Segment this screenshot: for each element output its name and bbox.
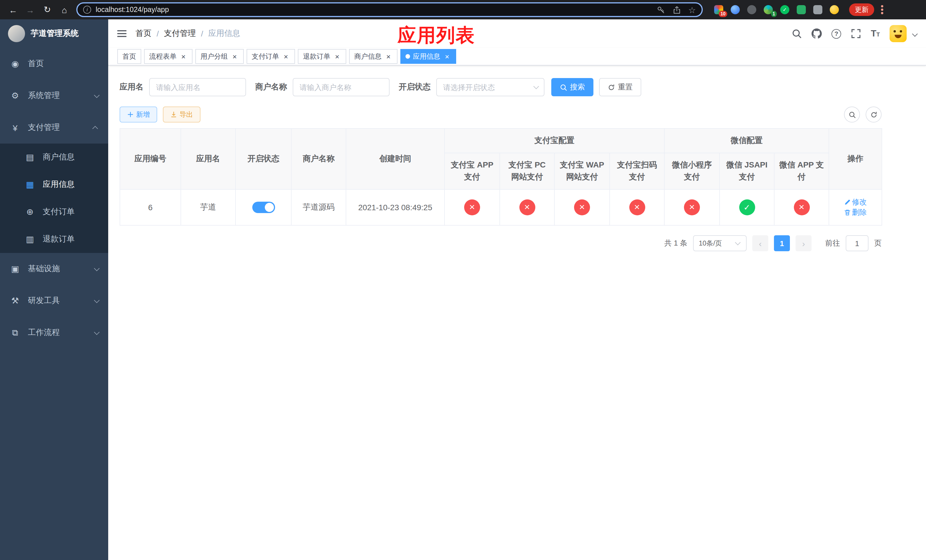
refresh-icon	[608, 83, 615, 91]
alipay-wap-status-icon	[574, 200, 590, 215]
back-icon[interactable]: ←	[6, 2, 21, 17]
github-icon[interactable]	[811, 29, 822, 39]
screen: ← → ↻ ⌂ i localhost:1024/pay/app ☆ 10 1 …	[0, 0, 926, 560]
reload-icon[interactable]: ↻	[40, 2, 54, 17]
sidebar-item-label: 支付订单	[43, 207, 75, 217]
close-icon[interactable]: ×	[282, 52, 290, 61]
forward-icon[interactable]: →	[23, 2, 38, 17]
merchant-name-input[interactable]	[293, 78, 390, 96]
add-button[interactable]: 新增	[120, 106, 157, 123]
total-count: 共 1 条	[664, 238, 687, 248]
app-name-input[interactable]	[149, 78, 246, 96]
monitor-icon: ▣	[10, 264, 20, 274]
payment-submenu: ▤ 商户信息 ▦ 应用信息 ⊕ 支付订单 ▥ 退款订单	[0, 144, 108, 253]
status-select[interactable]	[436, 78, 545, 96]
tab-user-group[interactable]: 用户分组×	[195, 49, 244, 64]
extension-dark-icon[interactable]	[746, 4, 757, 15]
extension-green-icon[interactable]	[796, 4, 807, 15]
page-size-select[interactable]: 10条/页	[693, 235, 747, 251]
sidebar-item-devtools[interactable]: ⚒ 研发工具	[0, 285, 108, 317]
close-icon[interactable]: ×	[384, 52, 392, 61]
font-size-icon[interactable]: TT	[871, 29, 880, 39]
sidebar-item-system[interactable]: ⚙ 系统管理	[0, 80, 108, 112]
close-icon[interactable]: ×	[443, 52, 451, 61]
status-toggle[interactable]	[252, 202, 275, 213]
search-icon	[560, 83, 567, 91]
refresh-table-button[interactable]	[865, 106, 882, 123]
home-icon[interactable]: ⌂	[57, 2, 72, 17]
page-number-1[interactable]: 1	[774, 235, 790, 251]
sidebar-item-app-info[interactable]: ▦ 应用信息	[0, 171, 108, 198]
close-icon[interactable]: ×	[179, 52, 188, 61]
status-label: 开启状态	[399, 82, 431, 92]
browser-menu-icon[interactable]	[881, 9, 883, 11]
col-wx-jsapi: 微信 JSAPI 支付	[720, 153, 774, 189]
col-alipay-qr: 支付宝扫码支付	[610, 153, 664, 189]
search-button-label: 搜索	[570, 82, 585, 92]
alipay-app-status-icon	[464, 200, 480, 215]
col-wx-app: 微信 APP 支付	[774, 153, 829, 189]
share-icon[interactable]	[672, 5, 681, 14]
breadcrumb-section[interactable]: 支付管理	[164, 29, 196, 39]
reset-button[interactable]: 重置	[599, 78, 641, 96]
url-bar[interactable]: i localhost:1024/pay/app ☆	[76, 2, 703, 17]
sidebar-item-payment[interactable]: ¥ 支付管理	[0, 112, 108, 144]
plus-icon	[127, 111, 134, 118]
site-info-icon[interactable]: i	[83, 6, 91, 14]
goto-label: 前往	[825, 238, 840, 248]
help-icon[interactable]: ?	[831, 29, 841, 38]
sidebar-item-merchant[interactable]: ▤ 商户信息	[0, 144, 108, 171]
chevron-down-icon	[94, 329, 100, 335]
goto-page-input[interactable]	[846, 235, 869, 251]
tab-pay-order[interactable]: 支付订单×	[247, 49, 295, 64]
col-alipay-app: 支付宝 APP 支付	[445, 153, 500, 189]
download-icon	[170, 111, 177, 118]
tab-flow-form[interactable]: 流程表单×	[144, 49, 192, 64]
col-app-id: 应用编号	[120, 129, 181, 189]
sidebar-item-label: 应用信息	[43, 179, 75, 190]
extension-blue-icon[interactable]	[729, 4, 741, 15]
sidebar-logo[interactable]: 芋道管理系统	[0, 20, 108, 48]
next-page-button[interactable]: ›	[796, 235, 811, 251]
extension-emoji-icon[interactable]	[829, 4, 840, 15]
tab-merchant-info[interactable]: 商户信息×	[349, 49, 398, 64]
export-button[interactable]: 导出	[163, 106, 200, 123]
tab-home[interactable]: 首页	[117, 49, 141, 64]
browser-update-button[interactable]: 更新	[849, 3, 874, 16]
extension-translate-icon[interactable]: 1	[763, 4, 774, 15]
search-button[interactable]: 搜索	[551, 78, 593, 96]
delete-link[interactable]: 删除	[844, 207, 867, 218]
sidebar-item-label: 基础设施	[28, 264, 60, 274]
header-search-icon[interactable]	[791, 29, 802, 39]
prev-page-button[interactable]: ‹	[752, 235, 768, 251]
tab-app-info[interactable]: 应用信息×	[400, 49, 456, 64]
fullscreen-icon[interactable]	[851, 29, 861, 39]
extension-grid-icon[interactable]: 10	[713, 4, 725, 15]
toggle-search-button[interactable]	[844, 106, 860, 123]
bookmark-star-icon[interactable]: ☆	[688, 5, 696, 14]
breadcrumb-home[interactable]: 首页	[136, 29, 151, 39]
sidebar-item-infra[interactable]: ▣ 基础设施	[0, 253, 108, 285]
edit-link[interactable]: 修改	[844, 197, 867, 207]
user-avatar[interactable]	[890, 25, 906, 42]
cell-alipay-pc	[500, 189, 554, 225]
cell-status	[236, 189, 291, 225]
hamburger-icon[interactable]	[117, 30, 126, 37]
close-icon[interactable]: ×	[333, 52, 341, 61]
tab-refund-order[interactable]: 退款订单×	[298, 49, 346, 64]
chevron-down-icon	[94, 297, 100, 303]
extension-wechat-icon[interactable]: ✓	[779, 4, 790, 15]
extension-puzzle-icon[interactable]	[812, 4, 823, 15]
sidebar-item-home[interactable]: ◉ 首页	[0, 48, 108, 80]
avatar-caret-icon[interactable]	[912, 31, 918, 36]
close-icon[interactable]: ×	[231, 52, 239, 61]
sidebar-item-workflow[interactable]: ⧉ 工作流程	[0, 317, 108, 349]
sidebar-item-pay-order[interactable]: ⊕ 支付订单	[0, 198, 108, 226]
status-select-input[interactable]	[436, 78, 545, 96]
app-name-label: 应用名	[120, 82, 144, 92]
sidebar-item-refund-order[interactable]: ▥ 退款订单	[0, 226, 108, 253]
breadcrumb: 首页 / 支付管理 / 应用信息	[136, 29, 240, 39]
col-created: 创建时间	[346, 129, 445, 189]
workflow-icon: ⧉	[10, 328, 20, 338]
password-key-icon[interactable]	[656, 5, 665, 14]
